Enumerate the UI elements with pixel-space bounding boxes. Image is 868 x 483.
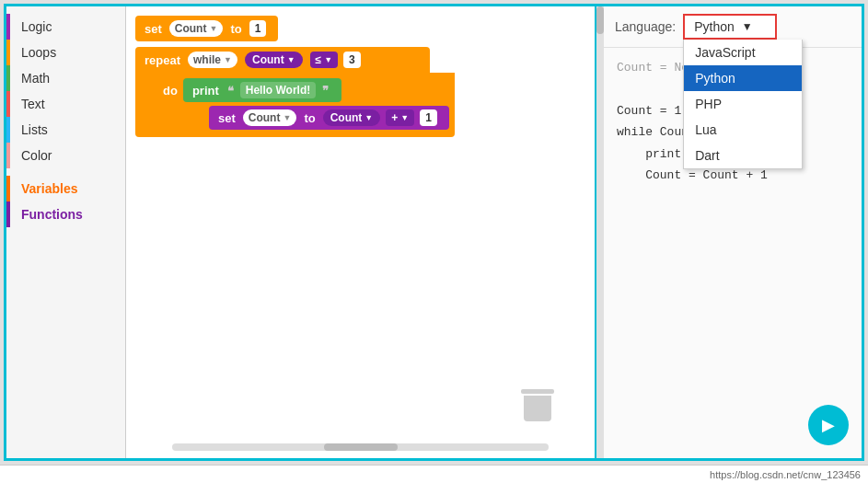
workspace[interactable]: set Count ▼ to 1 repeat while ▼ [126, 6, 595, 458]
print-block[interactable]: print ❝ Hello World! ❞ [183, 78, 341, 102]
inner-value-1[interactable]: 1 [420, 109, 437, 126]
code-panel: Language: Python ▼ JavaScript Python PHP… [595, 6, 862, 458]
inner-to-label: to [304, 111, 315, 125]
left-scroll-thumb [596, 6, 604, 34]
inner-count-pill[interactable]: Count ▼ [243, 109, 297, 126]
lang-option-lua[interactable]: Lua [684, 117, 802, 143]
op-dropdown-icon: ▼ [324, 55, 332, 64]
while-dropdown-arrow-icon: ▼ [224, 55, 232, 64]
scrollbar-thumb [324, 443, 398, 451]
status-url: https://blog.csdn.net/cnw_123456 [710, 469, 861, 480]
sidebar-item-lists[interactable]: Lists [6, 117, 125, 143]
repeat-value-3[interactable]: 3 [343, 52, 361, 68]
sidebar-item-text[interactable]: Text [6, 91, 125, 117]
sidebar-item-variables[interactable]: Variables [6, 176, 125, 201]
main-container: Logic Loops Math Text Lists Color Variab… [4, 4, 864, 461]
lang-option-php[interactable]: PHP [684, 91, 802, 117]
language-select-wrapper: Python ▼ JavaScript Python PHP Lua Dart [683, 14, 776, 40]
lang-option-dart[interactable]: Dart [684, 143, 802, 168]
sidebar-item-functions[interactable]: Functions [6, 201, 125, 227]
sidebar-item-color[interactable]: Color [6, 143, 125, 168]
language-select-button[interactable]: Python ▼ [683, 14, 776, 40]
count-var-repeat: Count [252, 53, 284, 66]
repeat-header[interactable]: repeat while ▼ Count ▼ ≤ ▼ 3 [135, 47, 430, 73]
horizontal-scrollbar[interactable] [172, 443, 549, 451]
sidebar: Logic Loops Math Text Lists Color Variab… [6, 6, 126, 458]
sidebar-item-loops[interactable]: Loops [6, 40, 125, 65]
repeat-while-container: repeat while ▼ Count ▼ ≤ ▼ 3 [135, 47, 455, 137]
trash-body [524, 396, 551, 421]
block-canvas: set Count ▼ to 1 repeat while ▼ [135, 16, 455, 137]
select-arrow-icon: ▼ [742, 20, 753, 33]
set-count-block[interactable]: set Count ▼ to 1 [135, 16, 278, 41]
inner-count-var: Count [330, 111, 363, 124]
inner-count-arrow-icon: ▼ [283, 113, 291, 122]
count-variable-pill[interactable]: Count ▼ [169, 20, 224, 37]
run-button[interactable]: ▶ [808, 405, 849, 445]
inner-set-row: set Count ▼ to Count ▼ + [209, 106, 449, 130]
value-1[interactable]: 1 [249, 20, 267, 37]
sidebar-item-logic[interactable]: Logic [6, 14, 125, 40]
inner-count-dropdown-icon: ▼ [365, 113, 373, 122]
lang-option-javascript[interactable]: JavaScript [684, 40, 802, 65]
language-label: Language: [615, 19, 676, 34]
operator-leq[interactable]: ≤ [316, 53, 322, 66]
repeat-body: do print ❝ Hello World! ❞ set [135, 73, 455, 137]
do-print-row: do print ❝ Hello World! ❞ [163, 78, 449, 102]
quote-open-icon: ❝ [227, 84, 234, 98]
dropdown-arrow-icon: ▼ [209, 24, 217, 33]
plus-operator: + [391, 111, 398, 124]
do-label: do [163, 84, 178, 98]
set-keyword: set [145, 22, 162, 36]
while-pill[interactable]: while ▼ [188, 52, 237, 68]
quote-close-icon: ❞ [322, 84, 329, 98]
lang-option-python[interactable]: Python [684, 65, 802, 91]
trash-icon[interactable] [521, 389, 549, 421]
code-panel-header: Language: Python ▼ JavaScript Python PHP… [604, 6, 862, 48]
run-icon: ▶ [822, 415, 835, 435]
language-dropdown: JavaScript Python PHP Lua Dart [683, 40, 803, 169]
inner-set-block[interactable]: set Count ▼ to Count ▼ + [209, 106, 449, 130]
hello-world-string[interactable]: Hello World! [240, 82, 316, 98]
sidebar-item-math[interactable]: Math [6, 65, 125, 91]
print-keyword: print [192, 84, 219, 98]
inner-set-keyword: set [218, 111, 236, 125]
status-bar: https://blog.csdn.net/cnw_123456 [0, 465, 868, 483]
plus-dropdown-icon: ▼ [400, 113, 409, 122]
left-scrollbar[interactable] [596, 6, 604, 458]
repeat-keyword: repeat [145, 53, 180, 67]
selected-language: Python [694, 19, 735, 34]
trash-lid [521, 389, 554, 394]
to-label: to [230, 22, 241, 36]
count-var-dropdown-icon: ▼ [287, 55, 295, 64]
